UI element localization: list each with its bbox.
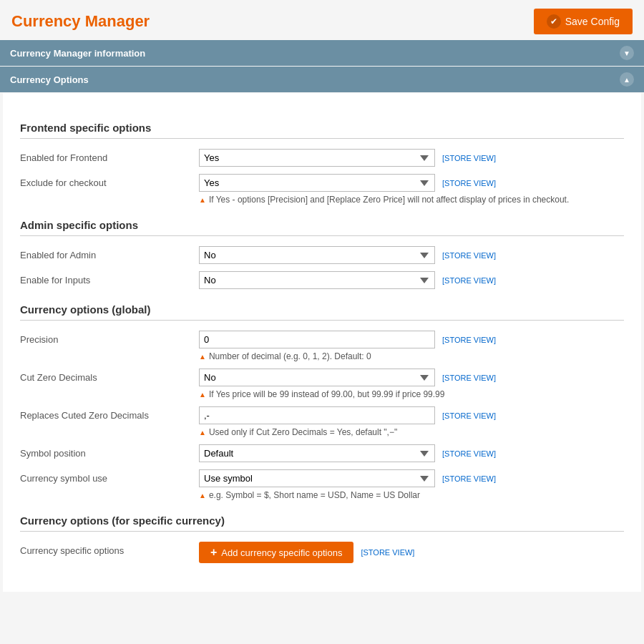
symbol-pos-label: Symbol position bbox=[20, 444, 199, 459]
currency-symbol-select[interactable]: Use symbol Use short name Use name bbox=[199, 469, 435, 487]
exclude-checkout-label: Exclude for checkout bbox=[20, 174, 199, 188]
hint-triangle-icon: ▲ bbox=[199, 196, 206, 204]
currency-specific-title: Currency options (for specific currency) bbox=[20, 514, 624, 532]
currency-symbol-hint: ▲ e.g. Symbol = $, Short name = USD, Nam… bbox=[199, 490, 624, 500]
currency-specific-store-view: [STORE VIEW] bbox=[361, 548, 414, 557]
add-currency-label: Add currency specific options bbox=[221, 547, 342, 558]
exclude-checkout-hint: ▲ If Yes - options [Precision] and [Repl… bbox=[199, 195, 624, 205]
admin-enabled-select[interactable]: No Yes bbox=[199, 246, 435, 264]
frontend-enabled-store-view: [STORE VIEW] bbox=[442, 154, 496, 162]
admin-inputs-select[interactable]: No Yes bbox=[199, 271, 435, 289]
symbol-pos-control: Default Before After [STORE VIEW] bbox=[199, 444, 624, 462]
main-content: Frontend specific options Enabled for Fr… bbox=[3, 93, 641, 592]
admin-enabled-control: No Yes [STORE VIEW] bbox=[199, 246, 624, 264]
page-title: Currency Manager bbox=[11, 12, 150, 31]
cut-zero-hint: ▲ If Yes price will be 99 instead of 99.… bbox=[199, 389, 624, 399]
info-toggle-icon: ▼ bbox=[620, 46, 634, 60]
currency-specific-row: Currency specific options + Add currency… bbox=[20, 542, 624, 563]
precision-hint-icon: ▲ bbox=[199, 353, 206, 361]
currency-symbol-row: Currency symbol use Use symbol Use short… bbox=[20, 469, 624, 500]
admin-enabled-label: Enabled for Admin bbox=[20, 246, 199, 260]
frontend-enabled-row: Enabled for Frontend Yes No [STORE VIEW] bbox=[20, 149, 624, 167]
admin-enabled-store-view: [STORE VIEW] bbox=[442, 251, 496, 260]
symbol-pos-select[interactable]: Default Before After bbox=[199, 444, 435, 462]
admin-inputs-label: Enable for Inputs bbox=[20, 271, 199, 286]
symbol-pos-row: Symbol position Default Before After [ST… bbox=[20, 444, 624, 462]
currency-symbol-store-view: [STORE VIEW] bbox=[442, 474, 496, 483]
exclude-checkout-store-view: [STORE VIEW] bbox=[442, 179, 496, 187]
save-icon: ✔ bbox=[547, 14, 561, 29]
admin-enabled-row: Enabled for Admin No Yes [STORE VIEW] bbox=[20, 246, 624, 264]
currency-specific-control: + Add currency specific options [STORE V… bbox=[199, 542, 624, 563]
replaces-control: [STORE VIEW] ▲ Used only if Cut Zero Dec… bbox=[199, 406, 624, 437]
exclude-checkout-hint-text: If Yes - options [Precision] and [Replac… bbox=[209, 195, 624, 205]
currency-global-title: Currency options (global) bbox=[20, 303, 624, 321]
add-currency-button[interactable]: + Add currency specific options bbox=[199, 542, 353, 563]
admin-section: Admin specific options Enabled for Admin… bbox=[20, 219, 624, 289]
replaces-store-view: [STORE VIEW] bbox=[442, 411, 496, 420]
currency-specific-label: Currency specific options bbox=[20, 542, 199, 556]
options-section-header[interactable]: Currency Options ▲ bbox=[0, 67, 644, 92]
replaces-input[interactable] bbox=[199, 406, 435, 424]
precision-hint: ▲ Number of decimal (e.g. 0, 1, 2). Defa… bbox=[199, 351, 624, 361]
frontend-section: Frontend specific options Enabled for Fr… bbox=[20, 122, 624, 205]
options-section-title: Currency Options bbox=[10, 74, 89, 85]
precision-control: [STORE VIEW] ▲ Number of decimal (e.g. 0… bbox=[199, 331, 624, 361]
save-config-button[interactable]: ✔ Save Config bbox=[534, 9, 633, 34]
currency-symbol-label: Currency symbol use bbox=[20, 469, 199, 484]
exclude-checkout-select[interactable]: Yes No bbox=[199, 174, 435, 192]
frontend-enabled-control: Yes No [STORE VIEW] bbox=[199, 149, 624, 167]
precision-input[interactable] bbox=[199, 331, 435, 348]
cut-zero-store-view: [STORE VIEW] bbox=[442, 374, 496, 382]
cut-zero-row: Cut Zero Decimals No Yes [STORE VIEW] ▲ … bbox=[20, 369, 624, 399]
exclude-checkout-control: Yes No [STORE VIEW] ▲ If Yes - options [… bbox=[199, 174, 624, 205]
currency-symbol-hint-text: e.g. Symbol = $, Short name = USD, Name … bbox=[209, 490, 624, 500]
currency-symbol-control: Use symbol Use short name Use name [STOR… bbox=[199, 469, 624, 500]
precision-row: Precision [STORE VIEW] ▲ Number of decim… bbox=[20, 331, 624, 361]
replaces-row: Replaces Cuted Zero Decimals [STORE VIEW… bbox=[20, 406, 624, 437]
frontend-section-title: Frontend specific options bbox=[20, 122, 624, 139]
admin-inputs-row: Enable for Inputs No Yes [STORE VIEW] bbox=[20, 271, 624, 289]
page-header: Currency Manager ✔ Save Config bbox=[0, 0, 644, 40]
precision-hint-text: Number of decimal (e.g. 0, 1, 2). Defaul… bbox=[209, 351, 624, 361]
admin-inputs-store-view: [STORE VIEW] bbox=[442, 276, 496, 285]
cut-zero-hint-icon: ▲ bbox=[199, 391, 206, 399]
precision-label: Precision bbox=[20, 331, 199, 345]
currency-global-section: Currency options (global) Precision [STO… bbox=[20, 303, 624, 500]
replaces-hint-icon: ▲ bbox=[199, 429, 206, 436]
info-section-title: Currency Manager information bbox=[10, 48, 145, 59]
save-button-label: Save Config bbox=[565, 16, 620, 27]
replaces-hint: ▲ Used only if Cut Zero Decimals = Yes, … bbox=[199, 427, 624, 437]
cut-zero-select[interactable]: No Yes bbox=[199, 369, 435, 386]
currency-symbol-hint-icon: ▲ bbox=[199, 492, 206, 499]
currency-specific-section: Currency options (for specific currency)… bbox=[20, 514, 624, 563]
symbol-pos-store-view: [STORE VIEW] bbox=[442, 449, 496, 458]
frontend-enabled-select[interactable]: Yes No bbox=[199, 149, 435, 167]
frontend-enabled-label: Enabled for Frontend bbox=[20, 149, 199, 163]
plus-icon: + bbox=[210, 547, 217, 558]
cut-zero-label: Cut Zero Decimals bbox=[20, 369, 199, 383]
precision-store-view: [STORE VIEW] bbox=[442, 336, 496, 344]
replaces-label: Replaces Cuted Zero Decimals bbox=[20, 406, 199, 421]
admin-inputs-control: No Yes [STORE VIEW] bbox=[199, 271, 624, 289]
admin-section-title: Admin specific options bbox=[20, 219, 624, 236]
options-toggle-icon: ▲ bbox=[620, 72, 634, 87]
info-section-header[interactable]: Currency Manager information ▼ bbox=[0, 40, 644, 66]
cut-zero-hint-text: If Yes price will be 99 instead of 99.00… bbox=[209, 389, 624, 399]
replaces-hint-text: Used only if Cut Zero Decimals = Yes, de… bbox=[209, 427, 624, 437]
cut-zero-control: No Yes [STORE VIEW] ▲ If Yes price will … bbox=[199, 369, 624, 399]
exclude-checkout-row: Exclude for checkout Yes No [STORE VIEW]… bbox=[20, 174, 624, 205]
